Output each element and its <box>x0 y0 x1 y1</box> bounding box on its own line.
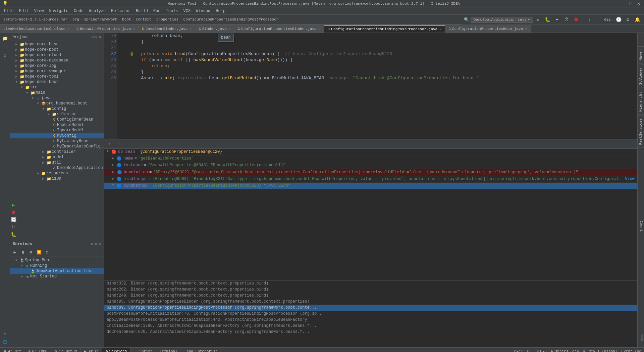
web-button[interactable]: 🌐 <box>1 338 9 346</box>
breadcrumb-item[interactable]: ConfigurationPropertiesBindingPostProces… <box>183 17 279 21</box>
tree-item-hope-core-cloud[interactable]: ▶ 📁 hope-core-cloud <box>10 52 104 58</box>
tree-item-MyConfig[interactable]: C MyConfig <box>10 133 104 138</box>
tab-close-icon[interactable]: ✕ <box>133 27 135 31</box>
close-button[interactable]: ✕ <box>636 1 641 6</box>
tree-item-resources[interactable]: ▶ 📁 resources <box>10 171 104 176</box>
bookmark-button[interactable]: 1 <box>1 43 9 51</box>
service-stop-btn[interactable]: ⏹ <box>10 209 17 216</box>
tree-item-ConfigInnerBean[interactable]: C ConfigInnerBean <box>10 117 104 122</box>
debug-nav-forward[interactable]: → <box>115 140 123 148</box>
services-spring-boot-group[interactable]: ▼ 🍃 Spring Boot <box>10 258 104 263</box>
run-config-selector[interactable]: DemoBootApplication-test ▼ <box>471 17 533 23</box>
stack-row-4[interactable]: bind:95, ConfigurationPropertiesBinder (… <box>104 299 637 305</box>
var-row-bean[interactable]: ▼ 🔴 oo bean = {ConfigurationPropertiesBe… <box>104 149 637 156</box>
tab-JavaBeanBinder[interactable]: C JavaBeanBinder.java ✕ <box>139 25 195 33</box>
tree-item-main[interactable]: ▼ 📁 main <box>10 90 104 95</box>
rest-services-tab[interactable]: RestServices <box>637 115 644 148</box>
maven-tab[interactable]: Maven <box>637 46 644 63</box>
minimize-button[interactable]: — <box>620 1 625 6</box>
soviewer-tab[interactable]: SoViewer <box>637 64 644 88</box>
structure-button[interactable]: 2 <box>1 52 9 60</box>
tree-item-hope-core-base[interactable]: ▶ 📁 hope-core-base <box>10 42 104 47</box>
search-icon[interactable]: 🔍 <box>464 17 469 23</box>
services-close-icon[interactable]: ✕ <box>99 241 101 247</box>
stack-row-3[interactable]: bind:249, Binder (org.springframework.bo… <box>104 293 637 299</box>
services-running-group[interactable]: ▼ ▶ Running <box>10 263 104 268</box>
menu-view[interactable]: View <box>32 8 47 14</box>
collapse-all-icon[interactable]: ⊟ <box>92 35 94 39</box>
coverage-button[interactable]: ☂ <box>553 16 561 24</box>
stack-row-6[interactable]: postProcessBeforeInitialization:78, Conf… <box>104 311 637 317</box>
tab-ConfigurationPropertiesBinder[interactable]: C ConfigurationPropertiesBinder.java ✕ <box>234 25 324 33</box>
debug-tab[interactable]: ⑤ 5: Debug <box>51 348 80 352</box>
services-DemoBootApplication-test[interactable]: 🍃 DemoBootApplication-test <box>10 268 104 274</box>
tree-item-MyImportAutoConfiguration[interactable]: C MyImportAutoConfiguration <box>10 144 104 149</box>
services-not-started-group[interactable]: ▶ ◉ Not Started <box>10 274 104 279</box>
service-pause-btn[interactable]: ⏸ <box>10 224 17 230</box>
services-gear-icon[interactable]: ⚙ <box>95 241 97 247</box>
profile-button[interactable]: ⏱ <box>562 16 571 24</box>
stack-row-9[interactable]: doCreateBean:620, AbstractAutowireCapabl… <box>104 329 637 335</box>
tree-item-DemoBootApplication[interactable]: A DemoBootApplication <box>10 165 104 171</box>
debug-nav-back[interactable]: ← <box>107 140 114 148</box>
java-enterprise-tab[interactable]: Java Enterprise <box>181 349 221 352</box>
run-button[interactable]: ▶ <box>534 16 542 24</box>
services-settings-icon[interactable]: ⚙ <box>91 241 93 247</box>
settings-button[interactable]: ⚙ <box>624 16 632 24</box>
menu-navigate[interactable]: Navigate <box>46 8 71 14</box>
stop-button[interactable]: ⏹ <box>572 16 580 24</box>
git-update-button[interactable]: ↓ <box>586 16 594 24</box>
services-settings-button[interactable]: ⚙ <box>44 249 50 256</box>
tree-item-hope-core-database[interactable]: ▶ 📁 hope-core-database <box>10 58 104 63</box>
tab-close-icon[interactable]: ✕ <box>525 27 527 31</box>
tree-item-package-orghopehomiboot[interactable]: ▼ 📦 org.hopehomi.boot <box>10 101 104 106</box>
tree-item-controller[interactable]: ▶ 📁 controller <box>10 149 104 155</box>
tree-item-selector[interactable]: ▶ 📁 selector <box>10 112 104 117</box>
breadcrumb-item[interactable]: properties <box>156 17 178 21</box>
services-run-button[interactable]: ▶ <box>11 249 18 256</box>
stack-row-7[interactable]: applyBeanPostProcessorsBeforeInitializat… <box>104 317 637 323</box>
services-tab[interactable]: ⊙ Services <box>102 348 130 352</box>
breadcrumb-item[interactable]: springframework <box>84 17 117 21</box>
settings-icon[interactable]: ⚙ <box>95 35 98 39</box>
menu-tools[interactable]: Tools <box>163 8 181 14</box>
menu-file[interactable]: File <box>1 8 16 14</box>
debug-button[interactable]: 🐛 <box>544 16 552 24</box>
terminal-tab[interactable]: Terminal <box>156 349 181 352</box>
var-row-name[interactable]: ▶ 🔵 name = "getBeanWithProperties" <box>104 156 637 162</box>
var-row-annotation[interactable]: ▶ 🔵 annotation = {$Proxy26@6302} "@org.s… <box>104 169 637 176</box>
tab-close-icon[interactable]: ✕ <box>190 27 192 31</box>
spring-tab[interactable]: Spring <box>136 349 156 352</box>
tree-item-hope-core-tool[interactable]: ▶ 📁 hope-core-tool <box>10 74 104 79</box>
menu-help[interactable]: Help <box>213 8 228 14</box>
tree-item-config[interactable]: ▼ 📁 config <box>10 106 104 112</box>
breadcrumb-item[interactable]: org <box>72 17 79 21</box>
build-tab[interactable]: ▶ Build <box>80 348 102 352</box>
breadcrumb-item[interactable]: context <box>136 17 151 21</box>
menu-analyze[interactable]: Analyze <box>86 8 108 14</box>
todo-tab[interactable]: ⊙ 6: TODO <box>25 348 51 352</box>
event-log-label[interactable]: Event Log <box>622 349 641 352</box>
project-view-button[interactable]: 📁 <box>1 34 9 42</box>
tab-close-icon[interactable]: ✕ <box>319 27 321 31</box>
tab-Binder[interactable]: C Binder.java ✕ <box>195 25 234 33</box>
services-filter-button[interactable]: 🔽 <box>36 249 42 256</box>
hierarchy-tab[interactable]: Hierarchy <box>637 89 644 115</box>
service-run-btn[interactable]: ▶ <box>10 202 17 208</box>
tab-tiveMethodAccessorImpl[interactable]: tiveMethodAccessorImpl.class ✕ <box>0 25 73 33</box>
git-push-button[interactable]: ↑ <box>595 16 603 24</box>
service-restart-btn[interactable]: 🔄 <box>10 216 17 223</box>
menu-vcs[interactable]: VCS <box>181 8 194 14</box>
view-link[interactable]: View <box>625 177 635 181</box>
stack-row-8[interactable]: initializeBean:1796, AbstractAutowireCap… <box>104 323 637 329</box>
menu-code[interactable]: Code <box>71 8 86 14</box>
git-tab[interactable]: ⑧ 4: Git <box>0 348 25 352</box>
breadcrumb-item[interactable]: spring-boot-2.7.1-sources.jar <box>3 17 67 21</box>
menu-window[interactable]: Window <box>193 8 213 14</box>
services-add-button[interactable]: + <box>52 249 58 256</box>
tab-BeanWithProperties[interactable]: C BeanWithProperties.java ✕ <box>73 25 139 33</box>
tab-ConfigurationPropertiesBean[interactable]: C ConfigurationPropertiesBean.java ✕ <box>445 25 531 33</box>
stack-row-1[interactable]: bind:332, Binder (org.springframework.bo… <box>104 280 637 287</box>
menu-refactor[interactable]: Refactor <box>108 8 133 14</box>
tree-item-IgnoreModel[interactable]: C IgnoreModel <box>10 128 104 133</box>
